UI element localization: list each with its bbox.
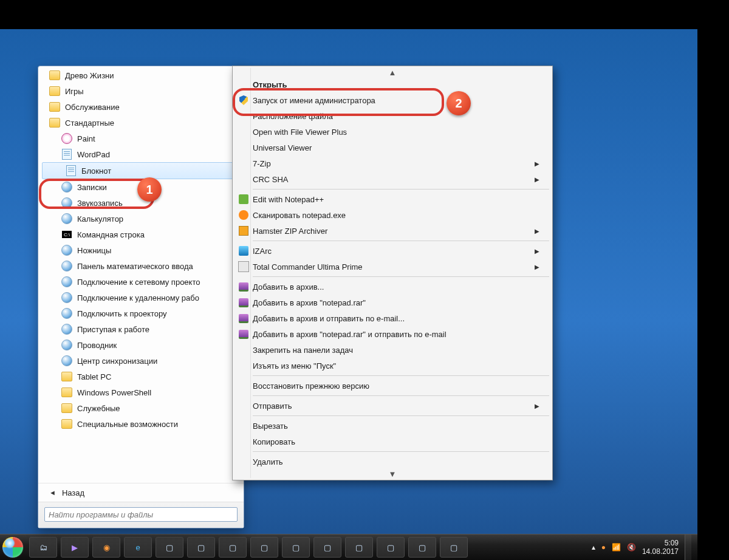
context-menu-separator xyxy=(253,451,549,452)
program-item[interactable]: Игры xyxy=(38,83,244,99)
context-menu-item[interactable]: Добавить в архив "notepad.rar" xyxy=(234,295,550,310)
show-desktop-button[interactable] xyxy=(685,534,691,560)
program-item[interactable]: Ножницы xyxy=(38,242,244,258)
tray-up-icon[interactable]: ▴ xyxy=(592,543,595,551)
program-item[interactable]: Подключение к удаленному рабо xyxy=(38,290,244,306)
context-menu-item[interactable]: Копировать xyxy=(234,434,550,449)
program-item[interactable]: Калькулятор xyxy=(38,211,244,227)
search-input[interactable] xyxy=(44,507,238,522)
context-menu-item-label: Запуск от имени администратора xyxy=(253,96,539,105)
submenu-arrow-icon: ▶ xyxy=(535,264,539,270)
taskbar-btn-app5[interactable]: ▢ xyxy=(282,537,310,558)
letterbox-top xyxy=(0,0,729,29)
tray-network-icon[interactable]: 📶 xyxy=(612,543,621,551)
context-menu-item[interactable]: Изъять из меню "Пуск" xyxy=(234,358,550,374)
folder-icon xyxy=(61,371,72,382)
submenu-arrow-icon: ▶ xyxy=(535,248,539,254)
context-menu-item[interactable]: Open with File Viewer Plus xyxy=(234,124,550,140)
context-menu-item[interactable]: Запуск от имени администратора xyxy=(234,92,550,108)
context-menu-item[interactable]: CRC SHA▶ xyxy=(234,171,550,187)
program-item-label: Подключить к проектору xyxy=(77,309,167,318)
clock-time: 5:09 xyxy=(642,539,679,547)
taskbar-btn-app1[interactable]: ▢ xyxy=(156,537,183,558)
winrar-icon-cell xyxy=(234,298,253,307)
context-menu-item[interactable]: Закрепить на панели задач xyxy=(234,342,550,358)
taskbar-btn-app8[interactable]: ▢ xyxy=(377,537,405,558)
app-icon xyxy=(61,340,72,350)
context-menu-item[interactable]: Total Commander Ultima Prime▶ xyxy=(234,259,550,275)
program-item[interactable]: Проводник xyxy=(38,337,244,353)
programs-list[interactable]: Древо ЖизниИгрыОбслуживаниеСтандартныеPa… xyxy=(38,66,244,483)
taskbar-btn-media1[interactable]: ▶ xyxy=(61,537,89,558)
program-item[interactable]: Служебные xyxy=(38,400,244,416)
notepad-icon xyxy=(61,149,72,160)
tray-volume-icon[interactable]: 🔇 xyxy=(627,543,636,551)
taskbar-btn-ie[interactable]: e xyxy=(124,537,152,558)
context-menu-item-label: Расположение файла xyxy=(253,112,539,121)
winrar-icon xyxy=(239,298,248,307)
context-menu-item[interactable]: Universal Viewer xyxy=(234,140,550,155)
program-item[interactable]: Tablet PC xyxy=(38,369,244,384)
scroll-up-icon[interactable]: ▲ xyxy=(234,68,550,77)
annotation-badge-2: 2 xyxy=(447,91,471,115)
program-item[interactable]: Подключение к сетевому проекто xyxy=(38,274,244,290)
context-menu-item-label: Hamster ZIP Archiver xyxy=(253,227,530,236)
program-item[interactable]: C:\Командная строка xyxy=(38,227,244,242)
context-menu-item-label: Edit with Notepad++ xyxy=(253,195,539,204)
program-item[interactable]: Стандартные xyxy=(38,115,244,131)
taskbar-btn-explorer[interactable]: 🗂 xyxy=(29,537,57,558)
winrar-icon-cell xyxy=(234,282,253,292)
context-menu-item[interactable]: Восстановить прежнюю версию xyxy=(234,378,550,394)
folder-icon xyxy=(61,418,72,429)
scroll-down-icon[interactable]: ▼ xyxy=(234,470,550,478)
taskbar-btn-app7[interactable]: ▢ xyxy=(345,537,373,558)
context-menu[interactable]: ▲ ОткрытьЗапуск от имени администратораР… xyxy=(232,66,553,480)
context-menu-item[interactable]: 7-Zip▶ xyxy=(234,155,550,171)
submenu-arrow-icon: ▶ xyxy=(535,160,539,167)
program-item-label: Служебные xyxy=(77,404,120,413)
context-menu-item[interactable]: Вырезать xyxy=(234,418,550,434)
program-item-label: Командная строка xyxy=(77,230,145,239)
context-menu-item[interactable]: Edit with Notepad++ xyxy=(234,191,550,207)
context-menu-item[interactable]: Сканировать notepad.exe xyxy=(234,207,550,223)
taskbar-btn-app10[interactable]: ▢ xyxy=(440,537,468,558)
taskbar-btn-app6[interactable]: ▢ xyxy=(313,537,341,558)
context-menu-item[interactable]: Добавить в архив... xyxy=(234,279,550,295)
context-menu-item[interactable]: Отправить▶ xyxy=(234,398,550,414)
program-item[interactable]: Приступая к работе xyxy=(38,321,244,337)
taskbar-btn-app3[interactable]: ▢ xyxy=(219,537,247,558)
context-menu-item[interactable]: Удалить xyxy=(234,454,550,470)
taskbar-btn-media2[interactable]: ◉ xyxy=(92,537,120,558)
program-item[interactable]: Подключить к проектору xyxy=(38,306,244,321)
folder-icon xyxy=(49,101,60,112)
program-item[interactable]: Обслуживание xyxy=(38,99,244,115)
taskbar-btn-app9[interactable]: ▢ xyxy=(408,537,436,558)
program-item[interactable]: Древо Жизни xyxy=(38,67,244,83)
program-item-label: Игры xyxy=(65,87,84,96)
context-menu-item[interactable]: Открыть xyxy=(234,77,550,92)
context-menu-item[interactable]: Hamster ZIP Archiver▶ xyxy=(234,223,550,239)
back-button[interactable]: ◄ Назад xyxy=(38,483,244,502)
program-item[interactable]: Windows PowerShell xyxy=(38,384,244,400)
tray-avast-icon[interactable]: ● xyxy=(601,543,606,551)
program-item[interactable]: Центр синхронизации xyxy=(38,353,244,369)
program-item[interactable]: WordPad xyxy=(38,146,244,162)
context-menu-item-label: Добавить в архив... xyxy=(253,282,539,292)
tc-icon-cell xyxy=(234,261,253,272)
program-item[interactable]: Paint xyxy=(38,131,244,146)
context-menu-item[interactable]: Расположение файла xyxy=(234,108,550,124)
context-menu-item-label: Закрепить на панели задач xyxy=(253,346,539,355)
taskbar-btn-app2[interactable]: ▢ xyxy=(187,537,215,558)
context-menu-item[interactable]: Добавить в архив и отправить по e-mail..… xyxy=(234,310,550,326)
start-button[interactable] xyxy=(0,534,26,560)
context-menu-item[interactable]: Добавить в архив "notepad.rar" и отправи… xyxy=(234,326,550,342)
context-menu-item[interactable]: IZArc▶ xyxy=(234,243,550,259)
program-item[interactable]: Специальные возможности xyxy=(38,416,244,432)
taskbar-btn-app4[interactable]: ▢ xyxy=(250,537,278,558)
clock[interactable]: 5:09 14.08.2017 xyxy=(642,539,679,556)
izarc-icon-cell xyxy=(234,246,253,256)
program-item[interactable]: Панель математического ввода xyxy=(38,258,244,274)
context-menu-item-label: Сканировать notepad.exe xyxy=(253,211,539,220)
app-icon xyxy=(61,292,72,303)
program-item-notepad[interactable]: Блокнот xyxy=(42,162,240,179)
